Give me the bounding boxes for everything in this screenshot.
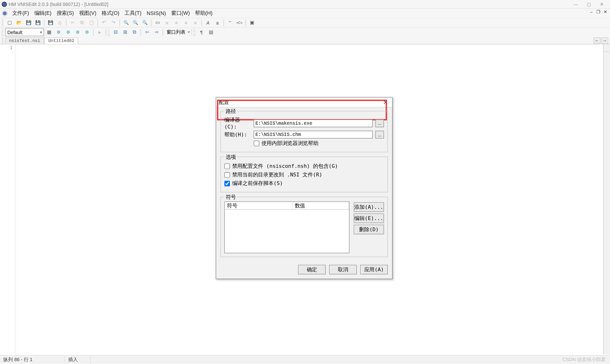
group-options-legend: 选项 bbox=[224, 154, 237, 161]
template-combo-value: Default bbox=[7, 30, 22, 35]
window-list-label[interactable]: 窗口列表 bbox=[165, 29, 187, 35]
misc2-button[interactable]: ▤ bbox=[207, 28, 215, 36]
toolbar-secondary: Default ▦ ⊟ ⊞ ⧉ 窗口列表 ▾ ▤ bbox=[0, 27, 610, 37]
close-button[interactable]: ✕ bbox=[595, 0, 608, 8]
maximize-button[interactable]: ▢ bbox=[582, 0, 595, 8]
apply-button[interactable]: 应用(A) bbox=[360, 265, 388, 274]
browse-compiler-button[interactable]: ... bbox=[375, 119, 384, 127]
dialog-title-bar[interactable]: 配置 ✕ bbox=[216, 97, 392, 107]
run-button[interactable] bbox=[73, 28, 82, 36]
uncomment-button[interactable]: ≡ bbox=[191, 19, 200, 27]
ok-button[interactable]: 确定 bbox=[298, 265, 326, 274]
mdi-minimize-button[interactable]: – bbox=[589, 10, 595, 14]
menu-help[interactable]: 帮助(H) bbox=[192, 9, 215, 18]
menu-search[interactable]: 搜索(S) bbox=[54, 9, 77, 18]
minimize-button[interactable]: — bbox=[570, 0, 582, 8]
menu-edit[interactable]: 编辑(E) bbox=[32, 9, 54, 18]
menu-window[interactable]: 窗口(W) bbox=[169, 9, 192, 18]
dialog-close-button[interactable]: ✕ bbox=[382, 99, 390, 106]
print-button[interactable] bbox=[55, 19, 64, 27]
mdi-restore-button[interactable]: ❐ bbox=[595, 10, 601, 14]
tab-grip[interactable] bbox=[2, 37, 3, 44]
new-button[interactable] bbox=[5, 19, 14, 27]
play-button[interactable] bbox=[95, 28, 104, 36]
label-internal-browser: 使用内部浏览器浏览帮助 bbox=[261, 140, 318, 147]
redo-button[interactable] bbox=[109, 19, 118, 27]
watermark: CSDN @卖报小郎君 bbox=[562, 356, 610, 363]
symbol-table-header: 符号 数值 bbox=[225, 202, 349, 210]
menu-file[interactable]: 文件(F) bbox=[10, 9, 32, 18]
mdi-controls: – ❐ ✕ bbox=[589, 10, 608, 14]
toolbar-grip-2[interactable] bbox=[2, 29, 3, 36]
editor-scrollbar[interactable] bbox=[603, 44, 610, 354]
tab-next-button[interactable]: ⇒ bbox=[601, 38, 608, 43]
label-save-before: 编译之前保存脚本(S) bbox=[232, 180, 283, 187]
find-next-button[interactable] bbox=[131, 19, 140, 27]
para-button[interactable] bbox=[197, 28, 206, 36]
undo-button[interactable] bbox=[100, 19, 108, 27]
replace-button[interactable] bbox=[141, 19, 149, 27]
input-help[interactable] bbox=[254, 131, 373, 139]
compile-run-button[interactable] bbox=[64, 28, 72, 36]
save-all-button[interactable] bbox=[34, 19, 42, 27]
group-paths-legend: 路径 bbox=[224, 108, 237, 115]
menu-nsis[interactable]: NSIS(N) bbox=[144, 9, 169, 17]
checkbox-disable-conf[interactable] bbox=[224, 164, 230, 169]
misc-button[interactable]: ▣ bbox=[248, 19, 256, 27]
find-button[interactable] bbox=[122, 19, 130, 27]
label-disable-conf: 禁用配置文件 (nsisconf.nsh) 的包含(G) bbox=[232, 163, 338, 170]
menu-tools[interactable]: 工具(T) bbox=[122, 9, 144, 18]
nav-back-button[interactable] bbox=[143, 28, 151, 36]
col-value[interactable]: 数值 bbox=[293, 202, 349, 209]
save-button[interactable] bbox=[24, 19, 33, 27]
template-btn1[interactable]: ▦ bbox=[45, 28, 53, 36]
style-a2-button[interactable] bbox=[213, 19, 222, 27]
toolbar-grip-4[interactable] bbox=[194, 29, 195, 36]
style-a-button[interactable] bbox=[204, 19, 212, 27]
nav-forward-button[interactable] bbox=[152, 28, 161, 36]
tab-nsistest[interactable]: nsisTest.nsi bbox=[5, 38, 44, 44]
c-tag-button[interactable] bbox=[235, 19, 244, 27]
template-combo[interactable]: Default bbox=[5, 28, 44, 36]
cancel-button[interactable]: 取消 bbox=[329, 265, 357, 274]
cascade-button[interactable]: ⧉ bbox=[130, 28, 139, 36]
add-symbol-button[interactable]: 添加(A)... bbox=[354, 202, 384, 212]
paste-button[interactable] bbox=[87, 19, 96, 27]
tile-v-button[interactable]: ⊞ bbox=[121, 28, 130, 36]
toolbar-grip[interactable] bbox=[2, 19, 3, 26]
bookmark-button[interactable]: ▭ bbox=[153, 19, 162, 27]
checkbox-disable-cd[interactable] bbox=[224, 172, 230, 178]
title-bar: HM VNISEdit 2.0.3 (build 060712) - [Unti… bbox=[0, 0, 610, 9]
indent-button[interactable]: ≡ bbox=[163, 19, 171, 27]
input-compiler[interactable] bbox=[254, 119, 373, 127]
menu-format[interactable]: 格式(O) bbox=[99, 9, 122, 18]
tab-prev-button[interactable]: ⇐ bbox=[594, 38, 600, 43]
label-help: 帮助(H): bbox=[224, 131, 251, 138]
menu-view[interactable]: 视图(V) bbox=[77, 9, 99, 18]
browse-help-button[interactable]: ... bbox=[375, 131, 384, 139]
comment-button[interactable]: ≡ bbox=[182, 19, 190, 27]
outdent-button[interactable]: ≡ bbox=[172, 19, 181, 27]
toolbar-grip-3[interactable] bbox=[108, 29, 109, 36]
delete-symbol-button[interactable]: 删除(D) bbox=[354, 225, 384, 234]
group-paths: 路径 编译器(C): ... 帮助(H): ... 使用内部浏览器浏览帮助 bbox=[221, 111, 388, 152]
edit-symbol-button[interactable]: 编辑(E)... bbox=[354, 214, 384, 223]
test-button[interactable] bbox=[83, 28, 91, 36]
cut-button[interactable] bbox=[68, 19, 77, 27]
compile-button[interactable] bbox=[54, 28, 63, 36]
copy-button[interactable] bbox=[78, 19, 86, 27]
tile-h-button[interactable]: ⊟ bbox=[111, 28, 120, 36]
app-icon bbox=[2, 1, 7, 7]
checkbox-internal-browser[interactable] bbox=[254, 141, 259, 146]
col-symbol[interactable]: 符号 bbox=[225, 202, 293, 209]
tab-untitled02[interactable]: Untitled02 bbox=[44, 38, 78, 44]
open-button[interactable] bbox=[15, 19, 23, 27]
label-compiler: 编译器(C): bbox=[224, 117, 251, 130]
group-symbols: 符号 符号 数值 添加(A)... 编辑(E)... 删除(D) bbox=[221, 197, 388, 257]
symbol-table[interactable]: 符号 数值 bbox=[224, 201, 350, 253]
line-gutter: 1 bbox=[0, 44, 15, 354]
mdi-close-button[interactable]: ✕ bbox=[602, 10, 608, 14]
save-as-button[interactable] bbox=[46, 19, 55, 27]
quote-button[interactable] bbox=[226, 19, 234, 27]
checkbox-save-before[interactable] bbox=[224, 181, 230, 186]
